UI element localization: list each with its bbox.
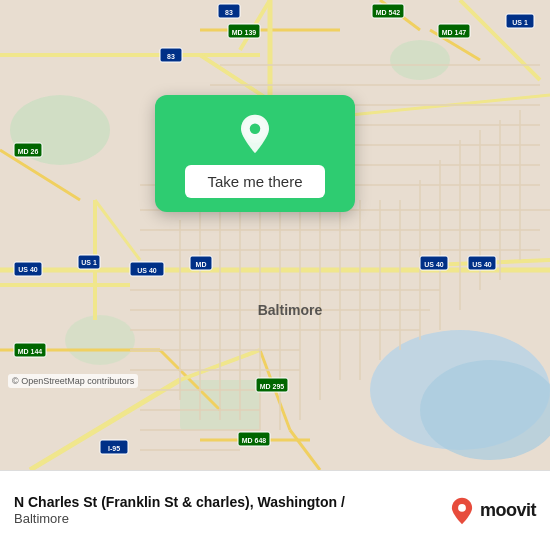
svg-text:US 40: US 40 <box>137 267 157 274</box>
svg-text:MD 26: MD 26 <box>18 148 39 155</box>
svg-text:83: 83 <box>225 9 233 16</box>
svg-text:Baltimore: Baltimore <box>258 302 323 318</box>
location-pin-icon <box>234 113 276 155</box>
svg-text:US 40: US 40 <box>18 266 38 273</box>
svg-text:MD 295: MD 295 <box>260 383 285 390</box>
svg-point-103 <box>250 124 261 135</box>
svg-text:MD 648: MD 648 <box>242 437 267 444</box>
moovit-logo: moovit <box>448 497 536 525</box>
location-text-block: N Charles St (Franklin St & charles), Wa… <box>14 493 448 528</box>
moovit-brand-text: moovit <box>480 500 536 521</box>
svg-text:MD 139: MD 139 <box>232 29 257 36</box>
map-attribution: © OpenStreetMap contributors <box>8 374 138 388</box>
svg-text:US 1: US 1 <box>81 259 97 266</box>
svg-text:US 1: US 1 <box>512 19 528 26</box>
location-info-bar: N Charles St (Franklin St & charles), Wa… <box>0 470 550 550</box>
svg-text:I-95: I-95 <box>108 445 120 452</box>
svg-text:MD 144: MD 144 <box>18 348 43 355</box>
svg-text:83: 83 <box>167 53 175 60</box>
svg-text:US 40: US 40 <box>472 261 492 268</box>
svg-point-104 <box>458 504 466 512</box>
svg-text:MD 147: MD 147 <box>442 29 467 36</box>
take-me-there-button[interactable]: Take me there <box>185 165 324 198</box>
svg-point-4 <box>390 40 450 80</box>
moovit-pin-icon <box>448 497 476 525</box>
location-title: N Charles St (Franklin St & charles), Wa… <box>14 493 448 511</box>
svg-point-6 <box>65 315 135 365</box>
svg-text:US 40: US 40 <box>424 261 444 268</box>
navigation-popup[interactable]: Take me there <box>155 95 355 212</box>
svg-text:MD 542: MD 542 <box>376 9 401 16</box>
svg-text:MD: MD <box>196 261 207 268</box>
location-subtitle: Baltimore <box>14 511 448 528</box>
map-view: 83 US 1 US 40 US 40 US 40 MD 26 MD 139 M… <box>0 0 550 470</box>
